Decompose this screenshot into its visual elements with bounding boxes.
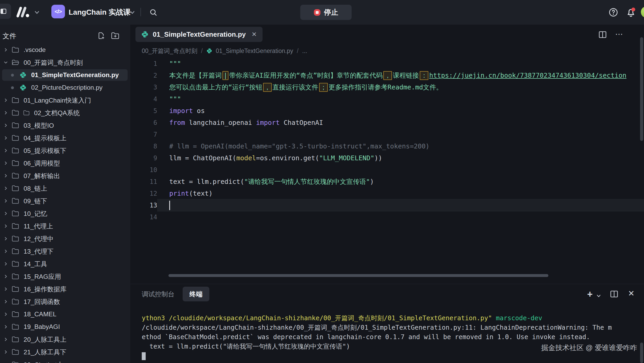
tab-close-icon[interactable]: ✕: [252, 31, 257, 38]
code-line[interactable]: 5import os: [130, 105, 644, 117]
tree-item[interactable]: 14_工具: [0, 258, 130, 270]
chevron-right-icon[interactable]: [3, 224, 8, 228]
breadcrumb-ellipsis[interactable]: ...: [302, 47, 307, 55]
chevron-right-icon[interactable]: [3, 47, 8, 52]
tree-item[interactable]: 22_Chatbot上: [0, 358, 130, 363]
tree-item[interactable]: 04_提示模板上: [0, 132, 130, 144]
tree-item[interactable]: 03_模型IO: [0, 119, 130, 132]
panel-toggle-button[interactable]: [0, 4, 11, 19]
code-link[interactable]: https://juejin.cn/book/73877023474361303…: [429, 72, 626, 79]
code-line[interactable]: 7: [130, 129, 644, 140]
new-file-button[interactable]: [96, 30, 106, 41]
chevron-right-icon[interactable]: [3, 350, 8, 354]
editor-vertical-scrollbar[interactable]: [640, 37, 643, 141]
code-line[interactable]: 2本文件是【开篇词|带你亲证AI应用开发的“奇点”时刻】章节的配套代码，课程链接…: [130, 70, 644, 81]
tree-item[interactable]: 01_SimpleTextGeneration.py: [0, 69, 130, 81]
project-name[interactable]: LangChain 实战课: [69, 7, 130, 17]
tree-item[interactable]: 08_链上: [0, 182, 130, 195]
chevron-down-icon[interactable]: [129, 9, 136, 16]
new-terminal-button[interactable]: +: [587, 289, 593, 300]
editor-tab-bar: 01_SimpleTextGeneration.py ✕ ⋯: [130, 26, 644, 42]
search-icon[interactable]: [149, 8, 158, 17]
chevron-right-icon[interactable]: [3, 299, 8, 304]
code-line[interactable]: 6from langchain_openai import ChatOpenAI: [130, 117, 644, 129]
chevron-right-icon[interactable]: [3, 148, 8, 153]
chevron-right-icon[interactable]: [3, 98, 8, 103]
code-line[interactable]: 1""": [130, 58, 644, 70]
panel-tab-terminal[interactable]: 终端: [183, 287, 209, 301]
tree-item[interactable]: 21_人脉工具下: [0, 346, 130, 358]
terminal-text: text = llm.predict("请给我写一句情人节红玫瑰的中文宣传语"): [142, 343, 350, 350]
chevron-right-icon[interactable]: [3, 123, 8, 128]
chevron-right-icon[interactable]: [3, 337, 8, 342]
tree-item[interactable]: 11_代理上: [0, 220, 130, 232]
split-terminal-button[interactable]: [609, 289, 619, 299]
tree-item[interactable]: 20_人脉工具上: [0, 333, 130, 346]
chevron-right-icon[interactable]: [3, 324, 8, 329]
chevron-right-icon[interactable]: [3, 186, 8, 191]
editor-more-button[interactable]: ⋯: [615, 29, 624, 39]
chevron-right-icon[interactable]: [3, 274, 8, 279]
chevron-right-icon[interactable]: [3, 161, 8, 166]
chevron-down-icon[interactable]: [3, 60, 8, 65]
terminal-vertical-scrollbar[interactable]: [640, 343, 643, 363]
chevron-right-icon[interactable]: [3, 136, 8, 140]
marscode-logo[interactable]: [15, 5, 30, 19]
code-line[interactable]: 14: [130, 211, 644, 223]
code-line[interactable]: 12print(text): [130, 188, 644, 199]
code-line[interactable]: 9llm = ChatOpenAI(model=os.environ.get("…: [130, 152, 644, 164]
tree-item[interactable]: 13_代理下: [0, 245, 130, 258]
code-line[interactable]: 10: [130, 164, 644, 176]
tree-item[interactable]: 09_链下: [0, 195, 130, 207]
terminal-output[interactable]: ython3 /cloudide/workspace/LangChain-shi…: [142, 313, 641, 361]
tree-item[interactable]: 01_LangChain快速入门: [0, 94, 130, 106]
help-icon[interactable]: [608, 7, 618, 17]
chevron-right-icon[interactable]: [3, 110, 8, 115]
chevron-right-icon[interactable]: [3, 236, 8, 241]
code-line-content: [157, 129, 644, 140]
tree-item[interactable]: 02_文档QA系统: [0, 106, 130, 119]
tree-item[interactable]: 16_操作数据库: [0, 283, 130, 295]
code-line[interactable]: 8# llm = OpenAI(model_name="gpt-3.5-turb…: [130, 140, 644, 152]
tree-item[interactable]: 18_CAMEL: [0, 308, 130, 321]
tree-item[interactable]: 05_提示模板下: [0, 144, 130, 157]
bell-icon[interactable]: [626, 7, 636, 18]
tree-item[interactable]: 15_RAG应用: [0, 270, 130, 283]
breadcrumb-file[interactable]: 01_SimpleTextGeneration.py: [216, 47, 293, 55]
chevron-right-icon[interactable]: [3, 199, 8, 203]
chevron-right-icon[interactable]: [3, 211, 8, 216]
chevron-right-icon[interactable]: [3, 261, 8, 266]
chevron-right-icon[interactable]: [3, 312, 8, 317]
chevron-right-icon[interactable]: [3, 287, 8, 291]
close-panel-button[interactable]: ✕: [628, 289, 635, 298]
tree-item[interactable]: 06_调用模型: [0, 157, 130, 169]
code-area[interactable]: 1"""2本文件是【开篇词|带你亲证AI应用开发的“奇点”时刻】章节的配套代码，…: [130, 58, 644, 223]
tree-item[interactable]: 10_记忆: [0, 207, 130, 220]
panel-tab-debug-console[interactable]: 调试控制台: [142, 290, 174, 298]
tree-item[interactable]: 02_PictureDescription.py: [0, 81, 130, 94]
tree-item[interactable]: 12_代理中: [0, 232, 130, 245]
user-avatar[interactable]: [641, 6, 644, 18]
tree-item[interactable]: 07_解析输出: [0, 169, 130, 182]
line-number: 6: [130, 119, 157, 126]
tree-item[interactable]: 17_回调函数: [0, 295, 130, 308]
chevron-right-icon[interactable]: [3, 173, 8, 178]
split-editor-button[interactable]: [598, 30, 607, 39]
stop-button[interactable]: 停止: [300, 5, 352, 20]
tree-item[interactable]: 00_开篇词_奇点时刻: [0, 56, 130, 69]
tree-row-highlight: [2, 258, 128, 270]
terminal-line: ethod `BaseChatModel.predict` was deprec…: [142, 332, 641, 342]
code-line[interactable]: 13: [130, 199, 644, 211]
chevron-down-icon[interactable]: [596, 293, 602, 299]
code-line[interactable]: 4""": [130, 93, 644, 105]
editor-horizontal-scrollbar[interactable]: [168, 274, 548, 277]
tree-item[interactable]: .vscode: [0, 44, 130, 56]
new-folder-button[interactable]: [110, 30, 121, 41]
breadcrumb-folder[interactable]: 00_开篇词_奇点时刻: [142, 47, 197, 55]
chevron-down-icon[interactable]: [34, 9, 40, 16]
tree-item[interactable]: 19_BabyAGI: [0, 321, 130, 333]
code-line[interactable]: 11text = llm.predict("请给我写一句情人节红玫瑰的中文宣传语…: [130, 176, 644, 188]
code-line[interactable]: 3您可以点击最上方的“运行“按钮，直接运行该文件；更多操作指引请参考Readme…: [130, 81, 644, 93]
chevron-right-icon[interactable]: [3, 249, 8, 254]
editor-tab-active[interactable]: 01_SimpleTextGeneration.py ✕: [135, 27, 263, 42]
